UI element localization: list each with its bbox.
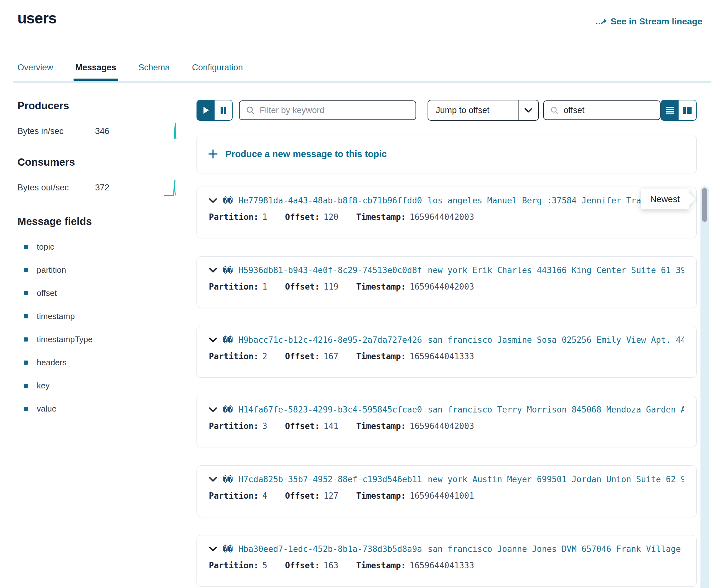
tab-configuration[interactable]: Configuration	[192, 63, 243, 81]
expand-chevron-icon[interactable]	[209, 268, 217, 273]
message-list-scrollbar-thumb[interactable]	[702, 188, 707, 222]
message-fields-heading: Message fields	[17, 216, 178, 227]
field-item-timestampType[interactable]: timestampType	[17, 328, 178, 351]
see-in-stream-lineage-link[interactable]: See in Stream lineage	[596, 17, 702, 27]
dashed-arrow-icon	[596, 17, 607, 26]
jump-to-offset-label: Jump to offset	[428, 101, 518, 120]
field-item-timestamp[interactable]: timestamp	[17, 305, 178, 328]
expand-chevron-icon[interactable]	[209, 337, 217, 342]
field-item-offset[interactable]: offset	[17, 282, 178, 305]
offset-search-field	[543, 101, 661, 120]
message-key[interactable]: Hba30eed7-1edc-452b-8b1a-738d3b5d8a9a	[238, 544, 422, 554]
expand-chevron-icon[interactable]	[209, 198, 217, 203]
consumers-heading: Consumers	[17, 156, 178, 168]
message-value-preview: san francisco Jasmine Sosa 025256 Emily …	[428, 335, 685, 345]
replacement-glyphs: ��	[223, 475, 233, 484]
field-bullet-icon	[24, 314, 28, 318]
message-key[interactable]: H9bacc71c-b12c-4216-8e95-2a7da727e426	[238, 335, 422, 345]
play-pause-toggle	[197, 100, 233, 121]
message-meta: Partition:2 Offset:167 Timestamp:1659644…	[209, 352, 684, 361]
field-bullet-icon	[24, 268, 28, 272]
jump-to-offset-select[interactable]: Jump to offset	[428, 100, 539, 121]
message-key[interactable]: H14fa67fe-5823-4299-b3c4-595845cfcae0	[238, 405, 422, 414]
replacement-glyphs: ��	[223, 196, 233, 205]
lineage-link-label: See in Stream lineage	[611, 17, 702, 27]
messages-toolbar: Jump to offset	[197, 100, 697, 121]
message-meta: Partition:4 Offset:127 Timestamp:1659644…	[209, 491, 684, 501]
message-key[interactable]: H7cda825b-35b7-4952-88ef-c193d546eb11	[238, 475, 422, 484]
filter-input[interactable]	[259, 105, 409, 115]
message-card: �� H7cda825b-35b7-4952-88ef-c193d546eb11…	[197, 465, 697, 517]
field-bullet-icon	[24, 407, 28, 411]
chevron-down-icon	[518, 101, 538, 120]
message-value-preview: new york Austin Meyer 699501 Jordan Unio…	[428, 475, 685, 484]
expand-chevron-icon[interactable]	[209, 546, 217, 551]
message-value-preview: los angeles Manuel Berg :37584 Jennifer …	[428, 196, 661, 205]
expand-chevron-icon[interactable]	[209, 407, 217, 412]
replacement-glyphs: ��	[223, 405, 233, 414]
bytes-out-value: 372	[95, 183, 109, 193]
field-item-topic[interactable]: topic	[17, 235, 178, 258]
message-meta: Partition:3 Offset:141 Timestamp:1659644…	[209, 421, 684, 431]
field-item-partition[interactable]: partition	[17, 258, 178, 282]
message-meta: Partition:1 Offset:119 Timestamp:1659644…	[209, 282, 684, 292]
message-card: �� Hba30eed7-1edc-452b-8b1a-738d3b5d8a9a…	[197, 535, 697, 587]
messages-panel: Jump to offset	[197, 95, 697, 587]
expand-chevron-icon[interactable]	[209, 477, 217, 482]
producers-heading: Producers	[17, 100, 178, 111]
search-icon	[246, 105, 254, 115]
bytes-in-row: Bytes in/sec 346	[17, 122, 178, 140]
message-card: �� H14fa67fe-5823-4299-b3c4-595845cfcae0…	[197, 396, 697, 447]
message-key[interactable]: He77981da-4a43-48ab-b8f8-cb71b96ffdd0	[238, 196, 422, 205]
page-title: users	[17, 9, 57, 27]
pause-icon	[220, 106, 227, 114]
message-value-preview: san francisco Terry Morrison 845068 Mend…	[428, 405, 685, 414]
message-key[interactable]: H5936db81-b943-4e0f-8c29-74513e0c0d8f	[238, 266, 422, 275]
bytes-out-label: Bytes out/sec	[17, 183, 95, 193]
message-value-preview: san francisco Joanne Jones DVM 657046 Fr…	[428, 544, 685, 554]
bytes-in-value: 346	[95, 126, 109, 136]
tab-schema[interactable]: Schema	[139, 63, 170, 81]
replacement-glyphs: ��	[223, 266, 233, 275]
tab-messages[interactable]: Messages	[76, 63, 116, 81]
play-icon	[203, 106, 209, 114]
field-bullet-icon	[24, 360, 28, 365]
plus-icon	[208, 149, 219, 159]
replacement-glyphs: ��	[223, 544, 233, 554]
field-item-value[interactable]: value	[17, 397, 178, 420]
view-mode-toggle	[661, 100, 697, 121]
search-icon	[550, 105, 558, 115]
field-bullet-icon	[24, 337, 28, 341]
message-fields-list: topic partition offset timestamp timesta…	[17, 235, 178, 420]
message-value-preview: new york Erik Charles 443166 King Center…	[428, 266, 685, 275]
message-card: �� H9bacc71c-b12c-4216-8e95-2a7da727e426…	[197, 326, 697, 378]
replacement-glyphs: ��	[223, 335, 233, 345]
message-meta: Partition:1 Offset:120 Timestamp:1659644…	[209, 212, 684, 222]
list-view-icon	[665, 106, 675, 115]
field-item-headers[interactable]: headers	[17, 351, 178, 374]
message-card: �� He77981da-4a43-48ab-b8f8-cb71b96ffdd0…	[197, 187, 697, 238]
message-list-scrollbar-track[interactable]	[700, 186, 709, 588]
list-view-button[interactable]	[661, 101, 679, 120]
bytes-in-label: Bytes in/sec	[17, 126, 95, 136]
tab-underline-track	[13, 81, 711, 83]
split-view-icon	[683, 106, 692, 115]
metrics-sidebar: Producers Bytes in/sec 346 Consumers Byt…	[17, 100, 178, 420]
pause-button[interactable]	[214, 101, 232, 120]
filter-field	[239, 101, 416, 120]
produce-message-button[interactable]: Produce a new message to this topic	[197, 135, 697, 173]
split-view-button[interactable]	[679, 101, 696, 120]
message-card: �� H5936db81-b943-4e0f-8c29-74513e0c0d8f…	[197, 256, 697, 308]
newest-tooltip: Newest	[641, 189, 689, 209]
field-bullet-icon	[24, 384, 28, 388]
tab-overview[interactable]: Overview	[17, 63, 53, 81]
play-button[interactable]	[197, 101, 214, 120]
field-item-key[interactable]: key	[17, 374, 178, 397]
field-bullet-icon	[24, 291, 28, 295]
message-meta: Partition:5 Offset:163 Timestamp:1659644…	[209, 561, 684, 570]
newest-tooltip-label: Newest	[650, 194, 680, 204]
bytes-out-row: Bytes out/sec 372	[17, 179, 178, 197]
bytes-in-sparkline	[165, 122, 178, 140]
produce-message-label: Produce a new message to this topic	[225, 149, 387, 159]
offset-search-input[interactable]	[563, 105, 654, 115]
